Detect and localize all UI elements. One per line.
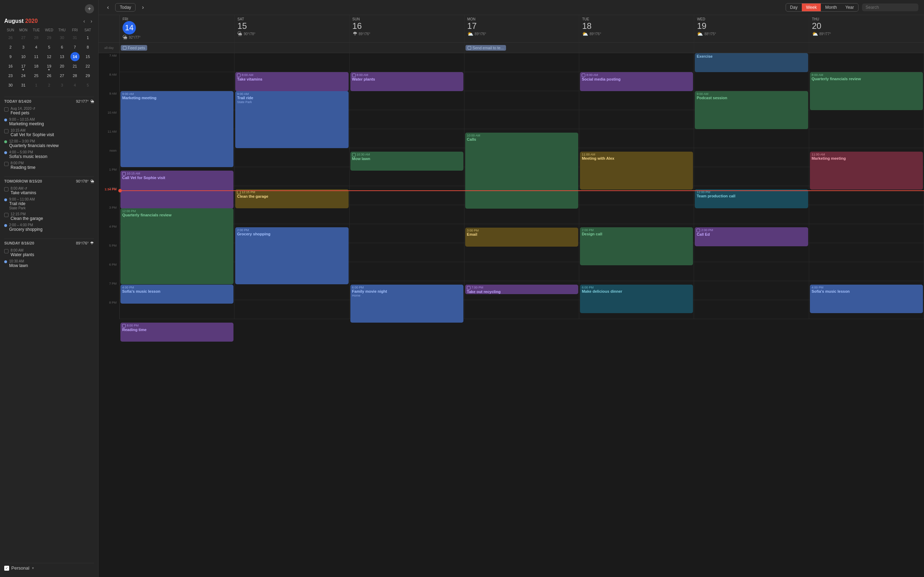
hour-line bbox=[579, 110, 694, 129]
mini-cal-day[interactable]: 2 bbox=[6, 43, 15, 52]
mini-cal-day[interactable]: 31 bbox=[70, 33, 79, 42]
mini-cal-day[interactable]: 2 bbox=[44, 81, 53, 90]
mini-cal-day[interactable]: 30 bbox=[57, 33, 66, 42]
calendar-event[interactable]: 12:15 PMClean the garage bbox=[235, 189, 348, 208]
calendar-event[interactable]: Exercise bbox=[695, 53, 808, 72]
mini-cal-day[interactable]: 30 bbox=[6, 81, 15, 90]
mini-cal-day[interactable]: 23 bbox=[6, 71, 15, 80]
calendar-event[interactable]: 11:00 AMMarketing meeting bbox=[810, 152, 923, 190]
water-checkbox[interactable] bbox=[4, 249, 8, 253]
calendar-event[interactable]: 4:00 PMSofia's music lesson bbox=[810, 285, 923, 313]
calendar-event[interactable]: 4:00 PMSofia's music lesson bbox=[120, 285, 233, 304]
mini-cal-day[interactable]: 21 bbox=[70, 61, 79, 71]
mini-cal-day[interactable]: 7 bbox=[70, 43, 79, 52]
personal-bar[interactable]: Personal ▾ bbox=[4, 563, 94, 573]
mini-cal-day[interactable]: 31 bbox=[19, 81, 28, 90]
mini-cal-day[interactable]: 19 bbox=[44, 61, 53, 71]
feed-pets-checkbox[interactable] bbox=[4, 107, 8, 111]
mini-cal-day[interactable]: 26 bbox=[44, 71, 53, 80]
calendar-event[interactable]: 8:00 PMReading time bbox=[120, 322, 233, 342]
mini-cal-day[interactable]: 1 bbox=[32, 81, 41, 90]
weather-icon: ⛅ bbox=[582, 31, 588, 37]
calendar-event[interactable]: 7:00 PMTake out recycling bbox=[465, 285, 578, 294]
view-year-button[interactable]: Year bbox=[841, 3, 858, 11]
mini-cal-day[interactable]: 25 bbox=[32, 71, 41, 80]
calendar-event[interactable]: 9:00 AMTrail rideState Park bbox=[235, 91, 348, 148]
calendar-event[interactable]: 8:00 AMTake vitamins bbox=[235, 72, 348, 91]
prev-button[interactable]: ‹ bbox=[104, 3, 111, 12]
calendar-event[interactable]: 2:00 PMDesign call bbox=[580, 227, 693, 265]
view-day-button[interactable]: Day bbox=[786, 3, 802, 11]
mini-cal-day[interactable]: 17 bbox=[19, 61, 28, 71]
calendar-event[interactable]: 2:00 PMCall Ed bbox=[695, 227, 808, 246]
mini-cal-day[interactable]: 24 bbox=[19, 71, 28, 80]
mini-cal-day[interactable]: 14 bbox=[70, 52, 79, 61]
calendar-event[interactable]: 12:00 PMTeam production call bbox=[695, 189, 808, 208]
mini-cal-day[interactable]: 4 bbox=[70, 81, 79, 90]
time-grid-wrap[interactable]: 7 AM8 AM9 AM10 AM11 AMnoon1 PM2 PM3 PM4 … bbox=[99, 53, 924, 577]
temp-label: 92°/77° bbox=[129, 35, 141, 39]
reading-checkbox[interactable] bbox=[4, 162, 8, 166]
mini-cal-day[interactable]: 9 bbox=[6, 52, 15, 61]
mini-cal-day[interactable]: 22 bbox=[83, 61, 92, 71]
mini-cal-day[interactable]: 28 bbox=[70, 71, 79, 80]
time-slot-label: 1 PM bbox=[99, 167, 120, 186]
mini-cal-day[interactable]: 6 bbox=[57, 43, 66, 52]
mini-cal-day[interactable]: 29 bbox=[83, 71, 92, 80]
search-input[interactable] bbox=[862, 3, 918, 11]
calendar-event[interactable]: 2:00 PMGrocery shopping bbox=[235, 227, 348, 284]
mini-cal-day[interactable]: 3 bbox=[19, 43, 28, 52]
mini-cal-prev[interactable]: ‹ bbox=[82, 18, 87, 25]
mini-cal-day[interactable]: 12 bbox=[44, 52, 53, 61]
calendar-event[interactable]: 8:00 AMQuarterly financials review bbox=[810, 72, 923, 110]
mini-cal-day[interactable]: 26 bbox=[6, 33, 15, 42]
mini-cal-day[interactable]: 29 bbox=[44, 33, 53, 42]
mini-cal-day[interactable]: 10 bbox=[19, 52, 28, 61]
mini-cal-day[interactable]: 28 bbox=[32, 33, 41, 42]
mini-cal-next[interactable]: › bbox=[89, 18, 94, 25]
calendar-event[interactable]: 6:00 PMFamily movie nightHome bbox=[351, 285, 464, 322]
day-header-mon17: MON17⛅89°/76° bbox=[464, 15, 579, 42]
vitamins-checkbox[interactable] bbox=[4, 187, 8, 192]
garage-checkbox[interactable] bbox=[4, 213, 8, 217]
mini-cal-day[interactable]: 13 bbox=[57, 52, 66, 61]
mini-cal-dow: SAT bbox=[81, 27, 94, 33]
calendar-event[interactable]: 8:00 AMSocial media posting bbox=[580, 72, 693, 91]
mini-cal-day[interactable]: 27 bbox=[57, 71, 66, 80]
calendar-event[interactable]: 3:00 PMEmail bbox=[465, 228, 578, 247]
allday-event[interactable]: Send email to te... bbox=[465, 45, 506, 51]
mini-cal-day[interactable]: 5 bbox=[44, 43, 53, 52]
event-time: 12:00 PM bbox=[696, 190, 806, 194]
mini-cal-day[interactable]: 5 bbox=[83, 81, 92, 90]
next-button[interactable]: › bbox=[139, 3, 147, 12]
mini-cal-day[interactable]: 11 bbox=[32, 52, 41, 61]
calendar-event[interactable]: 9:00 AMPodcast session bbox=[695, 91, 808, 129]
personal-label: Personal bbox=[11, 566, 29, 571]
calendar-event[interactable]: 10:00 AMCalls bbox=[465, 133, 578, 209]
mini-cal-day[interactable]: 8 bbox=[83, 43, 92, 52]
day-number: 20 bbox=[812, 21, 921, 31]
mini-cal-day[interactable]: 3 bbox=[57, 81, 66, 90]
calendar-event[interactable]: 11:00 AMMeeting with Alex bbox=[580, 152, 693, 190]
mini-cal-day[interactable]: 27 bbox=[19, 33, 28, 42]
allday-event[interactable]: Feed pets bbox=[121, 45, 147, 51]
callvet-checkbox[interactable] bbox=[4, 129, 8, 133]
mini-cal-day[interactable]: 16 bbox=[6, 61, 15, 71]
hour-line bbox=[350, 224, 464, 243]
view-week-button[interactable]: Week bbox=[802, 3, 821, 11]
mini-cal-day[interactable]: 15 bbox=[83, 52, 92, 61]
add-event-button[interactable]: + bbox=[85, 4, 94, 13]
today-button[interactable]: Today bbox=[115, 3, 136, 11]
calendar-event[interactable]: 10:30 AMMow lawn bbox=[351, 152, 464, 171]
mini-cal-day[interactable]: 4 bbox=[32, 43, 41, 52]
mini-cal-day[interactable]: 20 bbox=[57, 61, 66, 71]
calendar-event[interactable]: 10:15 AMCall Vet for Sophie visit bbox=[120, 171, 233, 209]
view-month-button[interactable]: Month bbox=[821, 3, 841, 11]
calendar-event[interactable]: 12:00 PMQuarterly financials review bbox=[120, 208, 233, 284]
tomorrow-vitamins: 8:00 AM ↺ Take vitamins bbox=[4, 185, 94, 196]
mini-cal-day[interactable]: 1 bbox=[83, 33, 92, 42]
calendar-event[interactable]: 8:00 AMWater plants bbox=[351, 72, 464, 91]
mini-cal-day[interactable]: 18 bbox=[32, 61, 41, 71]
calendar-event[interactable]: 9:00 AMMarketing meeting bbox=[120, 91, 233, 167]
calendar-event[interactable]: 6:00 PMMake delicious dinner bbox=[580, 285, 693, 313]
